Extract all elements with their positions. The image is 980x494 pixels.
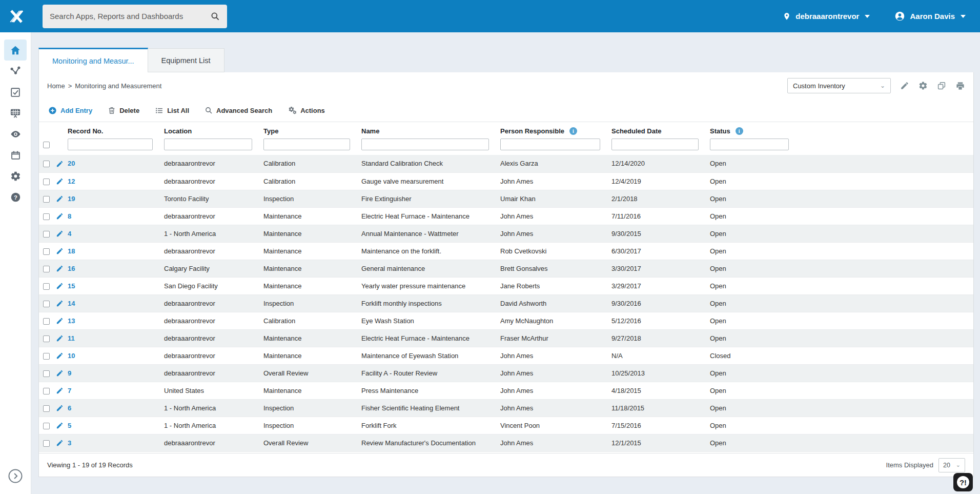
edit-record-icon[interactable] — [56, 265, 64, 272]
record-number-link[interactable]: 9 — [68, 369, 71, 377]
record-number-link[interactable]: 19 — [68, 195, 75, 203]
sidebar-expand-button[interactable] — [8, 468, 23, 486]
col-header-scheduled-date[interactable]: Scheduled Date — [609, 122, 708, 136]
sidebar-item-help[interactable]: ? — [4, 187, 27, 208]
row-checkbox[interactable] — [43, 213, 50, 220]
user-menu[interactable]: Aaron Davis — [894, 11, 966, 22]
search-input[interactable] — [50, 12, 210, 21]
edit-record-icon[interactable] — [56, 247, 64, 255]
edit-record-icon[interactable] — [56, 404, 64, 412]
edit-record-icon[interactable] — [56, 230, 64, 238]
cell-type: Maintenance — [261, 329, 359, 347]
edit-record-icon[interactable] — [56, 352, 64, 360]
edit-record-icon[interactable] — [56, 439, 64, 447]
edit-record-icon[interactable] — [56, 369, 64, 377]
record-number-link[interactable]: 14 — [68, 300, 75, 307]
row-checkbox[interactable] — [43, 283, 50, 290]
sidebar-item-dashboards[interactable] — [4, 103, 27, 124]
record-number-link[interactable]: 18 — [68, 247, 75, 255]
edit-view-button[interactable] — [900, 81, 909, 90]
table-row: 20 debraaarontrevor Calibration Standard… — [39, 155, 973, 172]
edit-record-icon[interactable] — [56, 334, 64, 342]
filter-type[interactable] — [263, 139, 350, 150]
breadcrumb-home[interactable]: Home — [47, 82, 65, 90]
location-switcher[interactable]: debraaarontrevor — [783, 12, 870, 21]
tab-monitoring-and-measurement[interactable]: Monitoring and Measur... — [38, 48, 148, 72]
record-number-link[interactable]: 16 — [68, 265, 75, 272]
col-header-record-no[interactable]: Record No. — [66, 122, 162, 136]
record-number-link[interactable]: 5 — [68, 422, 71, 429]
col-header-person-responsible[interactable]: Person Responsible i — [498, 122, 609, 136]
sidebar-item-tasks[interactable] — [4, 82, 27, 103]
row-checkbox[interactable] — [43, 423, 50, 429]
row-checkbox[interactable] — [43, 440, 50, 447]
delete-button[interactable]: Delete — [108, 106, 139, 114]
filter-location[interactable] — [164, 139, 252, 150]
record-number-link[interactable]: 12 — [68, 177, 75, 185]
row-checkbox[interactable] — [43, 196, 50, 203]
tab-equipment-list[interactable]: Equipment List — [148, 48, 224, 72]
edit-record-icon[interactable] — [56, 177, 64, 185]
row-checkbox[interactable] — [43, 179, 50, 185]
edit-record-icon[interactable] — [56, 387, 64, 394]
actions-button[interactable]: Actions — [288, 106, 325, 115]
info-icon[interactable]: i — [569, 127, 577, 135]
edit-record-icon[interactable] — [56, 422, 64, 429]
row-checkbox[interactable] — [43, 248, 50, 255]
row-checkbox[interactable] — [43, 335, 50, 342]
filter-status[interactable] — [710, 139, 789, 150]
grid-settings-button[interactable] — [918, 81, 928, 90]
row-checkbox[interactable] — [43, 231, 50, 238]
edit-record-icon[interactable] — [56, 160, 64, 168]
add-entry-button[interactable]: Add Entry — [48, 106, 92, 115]
view-selector[interactable]: Custom Inventory ⌄ — [787, 78, 891, 93]
print-button[interactable] — [955, 81, 965, 91]
list-all-button[interactable]: List All — [155, 106, 189, 115]
filter-name[interactable] — [361, 139, 489, 150]
sidebar-item-settings[interactable] — [4, 166, 27, 187]
record-number-link[interactable]: 13 — [68, 317, 75, 325]
row-checkbox[interactable] — [43, 353, 50, 360]
sidebar-item-visibility[interactable] — [4, 124, 27, 145]
col-header-status[interactable]: Status i — [708, 122, 798, 136]
copy-view-button[interactable] — [937, 81, 946, 90]
app-logo[interactable] — [0, 8, 31, 25]
select-all-checkbox[interactable] — [43, 142, 50, 148]
col-header-name[interactable]: Name — [359, 122, 498, 136]
col-header-location[interactable]: Location — [162, 122, 261, 136]
filter-record-no[interactable] — [68, 139, 153, 150]
row-checkbox[interactable] — [43, 161, 50, 167]
row-checkbox[interactable] — [43, 318, 50, 325]
record-number-link[interactable]: 8 — [68, 212, 71, 220]
search-icon[interactable] — [210, 11, 220, 21]
cell-location: Toronto Facility — [162, 190, 261, 207]
record-number-link[interactable]: 11 — [68, 334, 75, 342]
row-checkbox[interactable] — [43, 266, 50, 272]
record-number-link[interactable]: 10 — [68, 352, 75, 360]
info-icon[interactable]: i — [736, 127, 743, 135]
advanced-search-button[interactable]: Advanced Search — [205, 106, 272, 114]
edit-record-icon[interactable] — [56, 317, 64, 325]
col-header-type[interactable]: Type — [261, 122, 359, 136]
edit-record-icon[interactable] — [56, 195, 64, 203]
record-number-link[interactable]: 20 — [68, 160, 75, 167]
sidebar-item-home[interactable] — [4, 39, 27, 61]
row-checkbox[interactable] — [43, 388, 50, 394]
record-number-link[interactable]: 4 — [68, 230, 71, 238]
row-checkbox[interactable] — [43, 370, 50, 377]
sidebar-item-workflow[interactable] — [4, 61, 27, 82]
record-number-link[interactable]: 15 — [68, 282, 75, 290]
items-displayed-select[interactable]: 20 ⌄ — [938, 458, 965, 472]
row-checkbox[interactable] — [43, 301, 50, 307]
row-checkbox[interactable] — [43, 405, 50, 412]
record-number-link[interactable]: 3 — [68, 439, 71, 447]
edit-record-icon[interactable] — [56, 300, 64, 307]
record-number-link[interactable]: 7 — [68, 387, 71, 394]
sidebar-item-calendar[interactable] — [4, 145, 27, 166]
record-number-link[interactable]: 6 — [68, 404, 71, 412]
edit-record-icon[interactable] — [56, 212, 64, 220]
filter-scheduled-date[interactable] — [611, 139, 699, 150]
filter-person-responsible[interactable] — [500, 139, 600, 150]
help-widget-button[interactable]: ?! — [953, 473, 973, 491]
edit-record-icon[interactable] — [56, 282, 64, 290]
